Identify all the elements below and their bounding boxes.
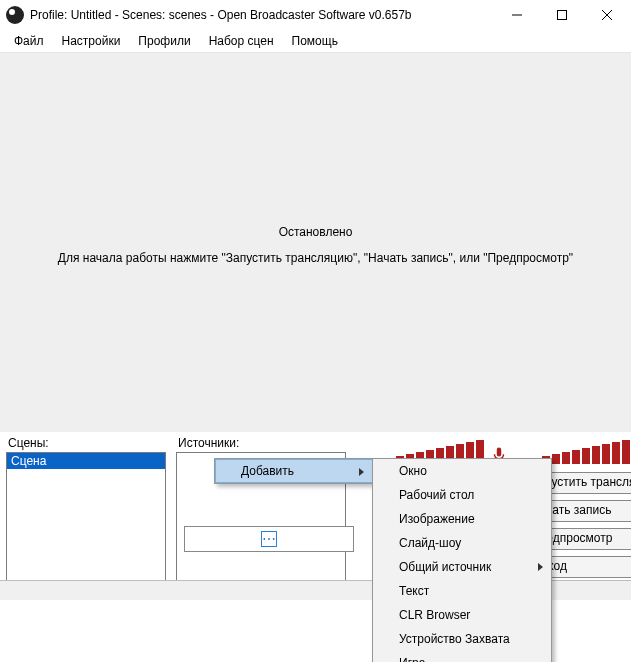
minimize-button[interactable] bbox=[494, 1, 539, 29]
sub-desktop[interactable]: Рабочий стол bbox=[373, 483, 551, 507]
scenes-panel: Сцены: Сцена bbox=[6, 432, 166, 582]
context-submenu[interactable]: Окно Рабочий стол Изображение Слайд-шоу … bbox=[372, 458, 552, 662]
scenes-label: Сцены: bbox=[8, 436, 166, 450]
sub-clr-label: CLR Browser bbox=[399, 608, 470, 622]
sub-text-label: Текст bbox=[399, 584, 429, 598]
sub-slideshow-label: Слайд-шоу bbox=[399, 536, 461, 550]
sub-text[interactable]: Текст bbox=[373, 579, 551, 603]
close-button[interactable] bbox=[584, 1, 629, 29]
chevron-right-icon bbox=[359, 468, 364, 476]
svg-rect-1 bbox=[557, 11, 566, 20]
sub-global-label: Общий источник bbox=[399, 560, 491, 574]
menu-profiles[interactable]: Профили bbox=[130, 32, 198, 50]
sub-clr[interactable]: CLR Browser bbox=[373, 603, 551, 627]
menu-settings[interactable]: Настройки bbox=[54, 32, 129, 50]
context-add[interactable]: Добавить bbox=[215, 459, 373, 483]
preview-hint: Для начала работы нажмите "Запустить тра… bbox=[0, 251, 631, 265]
chevron-right-icon bbox=[538, 563, 543, 571]
menu-scenesets[interactable]: Набор сцен bbox=[201, 32, 282, 50]
window-title: Profile: Untitled - Scenes: scenes - Ope… bbox=[30, 8, 494, 22]
context-add-label: Добавить bbox=[241, 464, 294, 478]
menu-help[interactable]: Помощь bbox=[284, 32, 346, 50]
menu-bar: Файл Настройки Профили Набор сцен Помощь bbox=[0, 30, 631, 52]
scenes-list[interactable]: Сцена bbox=[6, 452, 166, 582]
menu-file[interactable]: Файл bbox=[6, 32, 52, 50]
sub-capture-label: Устройство Захвата bbox=[399, 632, 510, 646]
title-bar: Profile: Untitled - Scenes: scenes - Ope… bbox=[0, 0, 631, 30]
sub-game[interactable]: Игра bbox=[373, 651, 551, 662]
sources-panel: Источники: bbox=[176, 432, 346, 582]
sub-slideshow[interactable]: Слайд-шоу bbox=[373, 531, 551, 555]
sub-capture[interactable]: Устройство Захвата bbox=[373, 627, 551, 651]
source-settings-button[interactable]: ⋯ bbox=[261, 531, 277, 547]
context-menu[interactable]: Добавить bbox=[214, 458, 374, 484]
preview-area: Остановлено Для начала работы нажмите "З… bbox=[0, 52, 631, 432]
sub-image[interactable]: Изображение bbox=[373, 507, 551, 531]
sources-label: Источники: bbox=[178, 436, 346, 450]
sub-window[interactable]: Окно bbox=[373, 459, 551, 483]
sub-global[interactable]: Общий источник bbox=[373, 555, 551, 579]
preview-status: Остановлено bbox=[0, 225, 631, 239]
maximize-button[interactable] bbox=[539, 1, 584, 29]
sub-game-label: Игра bbox=[399, 656, 425, 662]
sub-image-label: Изображение bbox=[399, 512, 475, 526]
scene-item[interactable]: Сцена bbox=[7, 453, 165, 469]
sub-window-label: Окно bbox=[399, 464, 427, 478]
sub-desktop-label: Рабочий стол bbox=[399, 488, 474, 502]
source-settings-row: ⋯ bbox=[184, 526, 354, 552]
app-icon bbox=[6, 6, 24, 24]
